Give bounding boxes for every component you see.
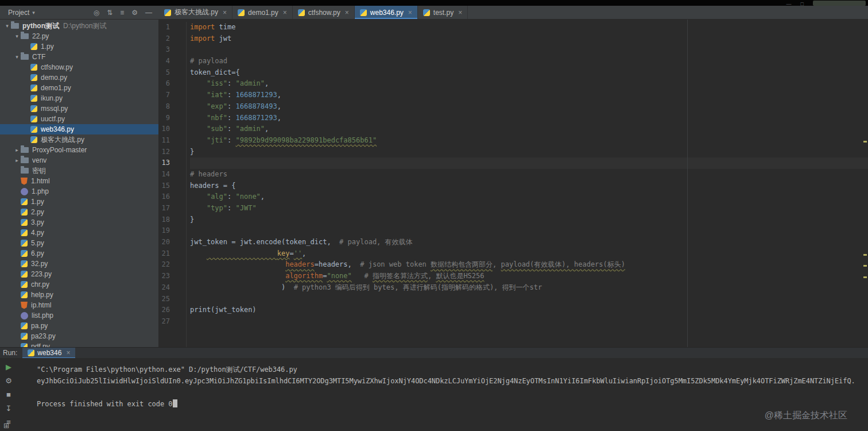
tree-item[interactable]: 3.py — [0, 217, 158, 228]
tree-item-label: ProxyPool-master — [32, 146, 87, 154]
chevron-down-icon[interactable]: ▾ — [13, 33, 21, 39]
run-tab-web346[interactable]: web346 × — [22, 348, 75, 359]
chevron-right-icon[interactable]: ▸ — [13, 157, 21, 163]
tree-item-label: demo1.py — [41, 84, 71, 92]
tool-windows-icon[interactable]: ⊞ — [3, 422, 9, 430]
chevron-right-icon[interactable]: ▸ — [13, 147, 21, 153]
tree-item[interactable]: list.php — [0, 310, 158, 321]
close-icon[interactable]: × — [345, 9, 349, 17]
tree-item[interactable]: ▸ProxyPool-master — [0, 145, 158, 155]
code-token: "none" — [327, 272, 351, 280]
python-file-icon — [30, 43, 37, 50]
code-token: : — [227, 91, 235, 99]
tree-item[interactable]: ▸venv — [0, 155, 158, 166]
rerun-icon[interactable]: ▶ — [6, 363, 11, 371]
code-area[interactable]: import timeimport jwt# payloadtoken_dict… — [190, 22, 868, 347]
tree-item[interactable]: ip.html — [0, 300, 158, 310]
code-token: '' — [294, 249, 302, 257]
chevron-down-icon[interactable]: ▾ — [32, 10, 35, 16]
close-icon[interactable]: × — [66, 349, 70, 357]
project-tree[interactable]: ▾python测试D:\python测试▾22.py1.py▾CTFctfsho… — [0, 20, 159, 347]
tree-item[interactable]: ▾python测试D:\python测试 — [0, 21, 158, 31]
tree-item[interactable]: 密钥 — [0, 166, 158, 176]
tree-item[interactable]: pa23.py — [0, 331, 158, 341]
tree-item[interactable]: 4.py — [0, 228, 158, 238]
tree-item[interactable]: web346.py — [0, 124, 158, 134]
code-token: headers — [285, 260, 315, 268]
close-icon[interactable]: × — [283, 9, 287, 17]
project-panel-title[interactable]: Project — [8, 9, 29, 17]
python-file-icon — [21, 291, 28, 298]
close-icon[interactable]: × — [408, 9, 412, 17]
line-number: 1 — [160, 22, 186, 33]
tree-item-label: venv — [32, 156, 46, 164]
tree-item[interactable]: 1.php — [0, 186, 158, 197]
hide-panel-icon[interactable]: — — [145, 9, 152, 17]
chevron-down-icon[interactable]: ▾ — [13, 54, 21, 60]
tree-item[interactable]: 32.py — [0, 259, 158, 269]
tree-item[interactable]: 2.py — [0, 207, 158, 217]
right-margin-guide — [687, 20, 688, 347]
tree-item[interactable]: ikun.py — [0, 93, 158, 103]
code-line: ) # python3 编码后得到 bytes, 再进行解码(指明解码的格式),… — [190, 282, 868, 294]
code-token: print(jwt_token) — [190, 306, 257, 314]
warning-mark[interactable] — [863, 254, 867, 256]
scroll-to-end-icon[interactable]: ↧ — [6, 404, 12, 413]
tree-item[interactable]: 1.py — [0, 41, 158, 52]
console-line — [37, 387, 868, 398]
tree-item[interactable]: 1.html — [0, 176, 158, 186]
settings-icon[interactable]: ⚙ — [5, 376, 12, 385]
tree-item[interactable]: 6.py — [0, 248, 158, 259]
python-file-icon — [21, 198, 28, 205]
tree-item[interactable]: 5.py — [0, 238, 158, 248]
tree-item-label: 1.php — [32, 187, 49, 195]
console-output[interactable]: "C:\Program Files\python\python.exe" D:/… — [17, 364, 868, 431]
warning-mark[interactable] — [863, 265, 867, 267]
settings-gear-icon[interactable]: ⚙ — [131, 9, 138, 17]
php-icon — [21, 188, 28, 195]
tab-test.py[interactable]: test.py× — [418, 6, 468, 19]
tree-item[interactable]: 1.py — [0, 197, 158, 207]
line-number: 23 — [160, 271, 186, 282]
tab-demo1.py[interactable]: demo1.py× — [232, 6, 293, 19]
tree-item[interactable]: pdf.py — [0, 341, 158, 347]
tree-item[interactable]: ▾22.py — [0, 31, 158, 41]
tree-item[interactable]: 223.py — [0, 269, 158, 279]
code-line: print(jwt_token) — [190, 305, 868, 316]
tab-web346.py[interactable]: web346.py× — [355, 6, 418, 19]
python-file-icon — [21, 271, 28, 278]
tree-item-label: chr.py — [31, 280, 49, 288]
tree-item[interactable]: 极客大挑战.py — [0, 134, 158, 145]
close-icon[interactable]: × — [458, 9, 462, 17]
tree-item[interactable]: mssql.py — [0, 103, 158, 114]
collapse-all-icon[interactable]: ⇅ — [107, 9, 113, 17]
tree-item[interactable]: uuctf.py — [0, 114, 158, 124]
warning-mark[interactable] — [863, 141, 867, 143]
editor-tabs: 极客大挑战.py×demo1.py×ctfshow.py×web346.py×t… — [159, 6, 868, 20]
tree-item[interactable]: help.py — [0, 290, 158, 300]
tree-item[interactable]: chr.py — [0, 279, 158, 290]
code-token: 1668871293 — [235, 91, 277, 99]
warning-mark[interactable] — [863, 276, 867, 278]
editor[interactable]: 1234567891011121314151617181920212223242… — [160, 20, 868, 347]
tab-极客大挑战.py[interactable]: 极客大挑战.py× — [159, 6, 232, 19]
code-token: = — [289, 249, 293, 257]
tree-item[interactable]: pa.py — [0, 321, 158, 331]
code-token: algorithm — [285, 272, 323, 280]
error-stripe[interactable] — [862, 20, 868, 347]
tab-ctfshow.py[interactable]: ctfshow.py× — [293, 6, 355, 19]
sort-icon[interactable]: ≡ — [120, 9, 124, 17]
close-icon[interactable]: × — [223, 9, 227, 17]
stop-icon[interactable]: ■ — [6, 390, 11, 399]
run-config-widget[interactable] — [813, 1, 866, 6]
tree-item[interactable]: ▾CTF — [0, 52, 158, 62]
tree-item[interactable]: demo.py — [0, 72, 158, 83]
tree-item[interactable]: demo1.py — [0, 83, 158, 93]
code-line: key='', — [190, 248, 868, 260]
locate-icon[interactable]: ◎ — [94, 9, 99, 17]
line-number: 2 — [160, 33, 186, 45]
code-token: jwt — [215, 34, 231, 43]
code-line: # payload — [190, 56, 868, 67]
chevron-down-icon[interactable]: ▾ — [3, 23, 11, 29]
tree-item[interactable]: ctfshow.py — [0, 62, 158, 72]
